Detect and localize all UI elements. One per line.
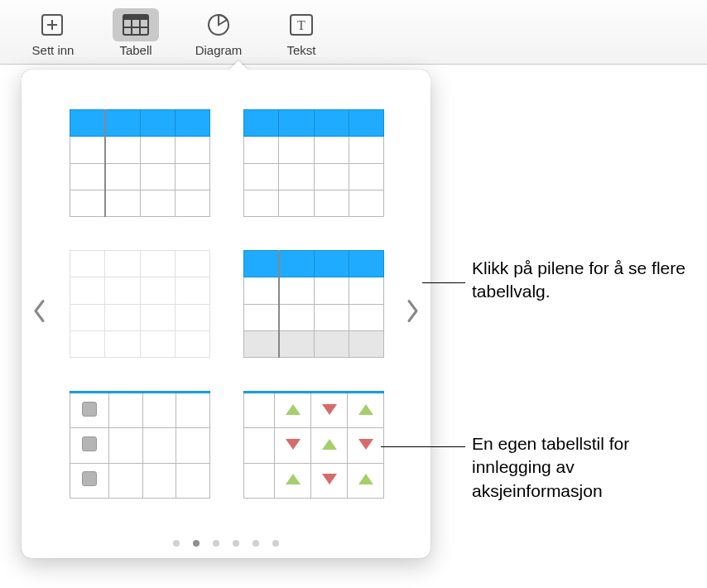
toolbar-text[interactable]: T Tekst [260, 7, 343, 57]
table-style-plain[interactable] [70, 250, 210, 358]
page-dot[interactable] [252, 540, 259, 547]
svg-rect-4 [123, 15, 148, 20]
pie-chart-icon [204, 12, 233, 38]
callout-stock: En egen tabellstil for innlegging av aks… [472, 432, 695, 503]
table-style-checkboxes[interactable] [70, 391, 210, 499]
callout-arrows: Klikk på pilene for å se flere tabellval… [472, 257, 695, 304]
prev-page-arrow[interactable] [26, 293, 53, 335]
toolbar-label: Diagram [195, 43, 243, 57]
table-style-blue-accent-col[interactable] [70, 109, 210, 217]
table-style-stock[interactable] [243, 391, 384, 499]
table-styles-grid [22, 70, 430, 523]
table-style-blue-plain[interactable] [243, 109, 384, 217]
page-dot[interactable] [233, 540, 239, 547]
toolbar-insert[interactable]: Sett inn [12, 7, 94, 57]
table-styles-popover [22, 70, 430, 558]
page-dot[interactable] [173, 540, 180, 547]
callout-line [422, 282, 465, 283]
toolbar-label: Tekst [286, 43, 315, 57]
text-box-icon: T [286, 12, 316, 38]
table-style-blue-footer[interactable] [243, 250, 384, 358]
page-dot[interactable] [193, 540, 200, 547]
toolbar-label: Sett inn [32, 43, 75, 57]
toolbar-table[interactable]: Tabell [94, 7, 177, 57]
toolbar-label: Tabell [119, 43, 152, 57]
page-dot[interactable] [213, 540, 219, 547]
page-dot[interactable] [272, 540, 279, 547]
toolbar-chart[interactable]: Diagram [177, 7, 260, 57]
page-indicator [22, 540, 430, 547]
table-icon [121, 12, 151, 38]
next-page-arrow[interactable] [399, 293, 426, 335]
insert-plus-icon [38, 12, 68, 38]
callout-line [381, 446, 465, 447]
popover-caret [228, 60, 248, 70]
svg-text:T: T [297, 18, 305, 32]
toolbar: Sett inn Tabell Diagram T Tekst [0, 0, 707, 65]
